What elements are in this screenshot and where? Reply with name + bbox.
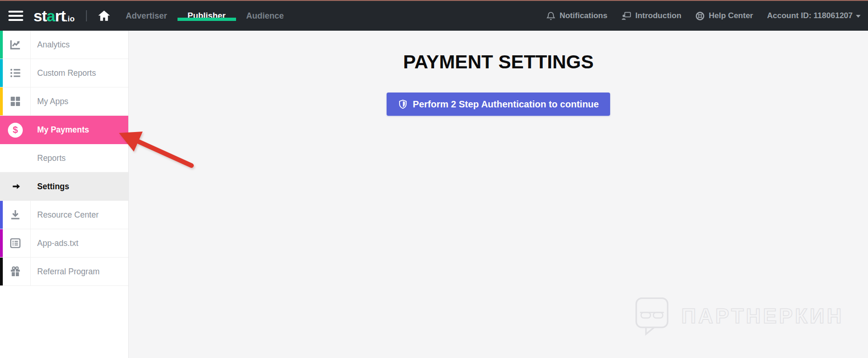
sidebar: Analytics Custom Reports My Apps: [0, 31, 129, 358]
home-icon: [97, 9, 111, 23]
hamburger-menu-icon[interactable]: [8, 11, 23, 21]
home-button[interactable]: [97, 9, 111, 23]
bell-icon: [546, 11, 556, 21]
color-strip: [0, 87, 3, 115]
notifications-button[interactable]: Notifications: [546, 11, 607, 21]
sidebar-item-label: Analytics: [37, 40, 70, 50]
watermark: ПАРТНЕРКИН: [635, 297, 844, 336]
help-center-label: Help Center: [709, 11, 753, 20]
icon-cell: [0, 31, 31, 59]
navbar-divider: [86, 10, 87, 21]
sidebar-item-analytics[interactable]: Analytics: [0, 31, 128, 59]
navbar-right-group: Notifications Introduction Help Center A…: [546, 1, 868, 31]
arrow-right-icon: [12, 182, 21, 191]
sidebar-item-label: Custom Reports: [37, 68, 96, 78]
lifebuoy-icon: [695, 11, 705, 21]
account-id-dropdown[interactable]: Account ID: 118061207: [767, 11, 861, 20]
icon-cell: [0, 87, 31, 115]
sidebar-item-label: My Apps: [37, 97, 68, 106]
color-strip: [0, 59, 3, 87]
main-content: PAYMENT SETTINGS Perform 2 Step Authenti…: [129, 31, 868, 358]
shield-icon: [398, 99, 408, 110]
doc-list-icon: [9, 237, 22, 250]
two-step-auth-label: Perform 2 Step Authentication to continu…: [413, 99, 598, 110]
sidebar-item-label: Reports: [37, 153, 66, 163]
introduction-button[interactable]: Introduction: [621, 11, 681, 21]
page-layout: Analytics Custom Reports My Apps: [0, 31, 868, 358]
tab-advertiser[interactable]: Advertiser: [116, 11, 178, 21]
watermark-text: ПАРТНЕРКИН: [681, 305, 844, 328]
sidebar-item-label: Settings: [37, 182, 69, 192]
sidebar-item-label: Resource Center: [37, 210, 99, 220]
icon-cell: [0, 229, 31, 257]
sidebar-subitem-reports[interactable]: Reports: [0, 144, 128, 172]
account-id-label: Account ID: 118061207: [767, 11, 853, 20]
dollar-icon: $: [8, 123, 23, 138]
sidebar-item-my-apps[interactable]: My Apps: [0, 87, 128, 116]
navbar-tabs: Advertiser Publisher Audience: [116, 11, 294, 21]
logo-text: st: [33, 7, 46, 25]
presenter-icon: [621, 11, 631, 21]
sidebar-item-resource-center[interactable]: Resource Center: [0, 201, 128, 229]
list-icon: [9, 66, 22, 80]
logo-suffix: .io: [66, 14, 75, 24]
icon-cell: $: [0, 116, 31, 144]
logo-accent-letter: a: [46, 7, 55, 25]
tab-audience[interactable]: Audience: [236, 11, 294, 21]
help-center-button[interactable]: Help Center: [695, 11, 753, 21]
introduction-label: Introduction: [635, 11, 681, 20]
sidebar-item-label: My Payments: [37, 125, 89, 135]
start-io-logo[interactable]: start.io: [33, 7, 75, 25]
sidebar-item-referral-program[interactable]: Referral Program: [0, 258, 128, 286]
analytics-chart-icon: [9, 38, 22, 51]
page-title: PAYMENT SETTINGS: [129, 51, 868, 73]
color-strip: [0, 258, 3, 285]
navbar-left-group: start.io Advertiser Publisher Audience: [0, 1, 294, 31]
icon-cell: [0, 258, 31, 285]
tab-publisher[interactable]: Publisher: [178, 11, 236, 21]
sidebar-item-app-ads-txt[interactable]: App-ads.txt: [0, 229, 128, 258]
color-strip: [0, 201, 3, 229]
sidebar-item-custom-reports[interactable]: Custom Reports: [0, 59, 128, 87]
caret-down-icon: [856, 15, 861, 18]
sidebar-item-label: App-ads.txt: [37, 239, 79, 248]
color-strip: [0, 31, 3, 59]
two-step-auth-button[interactable]: Perform 2 Step Authentication to continu…: [387, 93, 610, 116]
speech-bubble-glasses-icon: [635, 297, 669, 336]
icon-cell: [0, 201, 31, 229]
color-strip: [0, 229, 3, 257]
button-row: Perform 2 Step Authentication to continu…: [129, 93, 868, 116]
download-icon: [9, 208, 22, 221]
sidebar-item-my-payments[interactable]: $ My Payments: [0, 116, 128, 144]
apps-grid-icon: [9, 95, 22, 108]
sidebar-item-label: Referral Program: [37, 267, 99, 277]
sidebar-subitem-settings[interactable]: Settings: [0, 172, 128, 201]
notifications-label: Notifications: [559, 11, 607, 20]
top-navbar: start.io Advertiser Publisher Audience N…: [0, 1, 868, 31]
logo-text-2: rt: [55, 7, 66, 25]
gift-icon: [9, 265, 22, 278]
icon-cell: [0, 59, 31, 87]
